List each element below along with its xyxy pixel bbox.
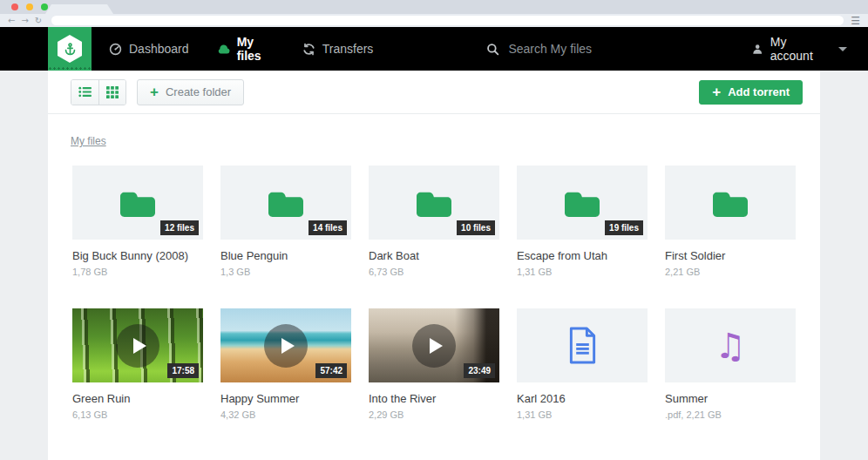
play-icon	[281, 338, 295, 354]
file-thumbnail[interactable]: 10 files	[369, 166, 499, 240]
add-torrent-button[interactable]: + Add torrent	[699, 80, 803, 105]
address-bar[interactable]	[51, 16, 844, 25]
list-view-button[interactable]	[71, 80, 98, 105]
browser-menu-icon[interactable]: ☰	[851, 16, 860, 26]
file-name[interactable]: Big Buck Bunny (2008)	[72, 249, 203, 262]
file-card[interactable]: 19 filesEscape from Utah1,31 GB	[517, 166, 648, 277]
folder-icon	[710, 187, 750, 219]
zoom-window-button[interactable]	[41, 3, 48, 10]
browser-toolbar: ← → ↻ ☰	[0, 14, 868, 27]
file-name[interactable]: Karl 2016	[517, 392, 648, 405]
chevron-down-icon	[838, 47, 847, 51]
file-name[interactable]: Escape from Utah	[517, 249, 648, 262]
account-label: My account	[770, 35, 830, 63]
file-card[interactable]: 14 filesBlue Penguin1,3 GB	[220, 166, 351, 277]
forward-icon[interactable]: →	[21, 17, 28, 25]
dashboard-gauge-icon	[109, 43, 122, 56]
play-icon	[133, 338, 146, 354]
add-torrent-label: Add torrent	[728, 85, 790, 98]
file-count-badge: 12 files	[160, 220, 199, 235]
transfers-sync-icon	[302, 43, 315, 56]
file-name[interactable]: First Soldier	[665, 249, 796, 262]
file-name[interactable]: Summer	[665, 392, 796, 405]
nav-label: My files	[237, 35, 275, 63]
duration-badge: 57:42	[315, 363, 347, 378]
window-controls	[11, 3, 48, 10]
play-button-overlay[interactable]	[412, 324, 456, 368]
file-thumbnail[interactable]	[517, 308, 648, 382]
account-menu[interactable]: My account	[752, 35, 847, 63]
file-card[interactable]: 12 filesBig Buck Bunny (2008)1,78 GB	[72, 166, 203, 277]
file-thumbnail[interactable]: 57:42	[220, 308, 351, 382]
file-name[interactable]: Dark Boat	[369, 249, 499, 262]
plus-icon: +	[150, 85, 159, 99]
file-size: 6,13 GB	[72, 409, 203, 420]
browser-window: ← → ↻ ☰ Dashboar	[0, 0, 868, 460]
content-panel: + Create folder + Add torrent My files 1…	[48, 71, 820, 460]
file-grid: 12 filesBig Buck Bunny (2008)1,78 GB14 f…	[48, 148, 820, 446]
duration-badge: 23:49	[464, 363, 495, 378]
file-count-badge: 10 files	[457, 220, 495, 235]
grid-view-icon	[106, 86, 119, 98]
folder-icon	[266, 187, 306, 219]
file-thumbnail[interactable]: 23:49	[369, 308, 499, 382]
file-name[interactable]: Into the River	[369, 392, 499, 405]
grid-view-button[interactable]	[98, 80, 125, 105]
anchor-icon	[63, 42, 78, 57]
search-icon	[486, 43, 499, 56]
file-name[interactable]: Blue Penguin	[220, 249, 351, 262]
file-thumbnail[interactable]: ♫	[665, 308, 796, 382]
file-thumbnail[interactable]: 14 files	[220, 166, 351, 240]
search-input[interactable]	[508, 42, 752, 56]
view-toggle-group	[71, 79, 126, 105]
file-size: 1,31 GB	[517, 267, 648, 277]
file-card[interactable]: First Soldier2,21 GB	[665, 166, 796, 277]
minimize-window-button[interactable]	[26, 3, 33, 10]
file-count-badge: 19 files	[605, 220, 643, 235]
browser-tab-bar	[0, 0, 868, 14]
file-card[interactable]: 17:58Green Ruin6,13 GB	[72, 308, 203, 420]
file-size: 1,31 GB	[517, 409, 648, 420]
nav-item-my-files[interactable]: My files	[217, 35, 275, 63]
file-name[interactable]: Green Ruin	[72, 392, 203, 405]
browser-tab[interactable]	[45, 4, 113, 14]
duration-badge: 17:58	[167, 363, 199, 378]
file-thumbnail[interactable]: 17:58	[72, 308, 203, 382]
reload-icon[interactable]: ↻	[35, 17, 42, 25]
breadcrumb[interactable]: My files	[71, 135, 106, 147]
close-window-button[interactable]	[11, 3, 18, 10]
document-icon	[566, 326, 599, 365]
back-icon[interactable]: ←	[8, 17, 15, 25]
file-card[interactable]: Karl 20161,31 GB	[517, 308, 648, 420]
file-size: 2,29 GB	[369, 409, 499, 420]
main-navigation: Dashboard My files Transfers	[109, 35, 373, 63]
user-icon	[752, 44, 763, 55]
nav-label: Dashboard	[129, 42, 189, 56]
file-count-badge: 14 files	[309, 220, 347, 235]
file-size: .pdf, 2,21 GB	[665, 409, 796, 420]
files-toolbar: + Create folder + Add torrent	[48, 71, 820, 114]
create-folder-label: Create folder	[166, 85, 231, 98]
file-name[interactable]: Happy Summer	[220, 392, 351, 405]
play-icon	[430, 338, 443, 354]
search-box	[486, 42, 752, 56]
file-card[interactable]: 23:49Into the River2,29 GB	[369, 308, 499, 420]
file-card[interactable]: 10 filesDark Boat6,73 GB	[369, 166, 499, 277]
nav-item-transfers[interactable]: Transfers	[302, 42, 374, 56]
file-thumbnail[interactable]: 19 files	[517, 166, 648, 240]
file-card[interactable]: ♫Summer.pdf, 2,21 GB	[665, 308, 796, 420]
play-button-overlay[interactable]	[116, 324, 159, 368]
file-card[interactable]: 57:42Happy Summer4,32 GB	[220, 308, 351, 420]
putio-logo[interactable]	[48, 27, 92, 71]
logo-hexagon	[58, 35, 82, 63]
folder-icon	[414, 187, 454, 219]
file-thumbnail[interactable]	[665, 166, 796, 240]
nav-item-dashboard[interactable]: Dashboard	[109, 42, 189, 56]
file-size: 6,73 GB	[369, 267, 499, 277]
play-button-overlay[interactable]	[264, 324, 308, 368]
file-thumbnail[interactable]: 12 files	[72, 166, 203, 240]
plus-icon: +	[712, 85, 721, 99]
create-folder-button[interactable]: + Create folder	[137, 79, 244, 105]
app-navbar: Dashboard My files Transfers	[0, 27, 868, 71]
list-view-icon	[78, 86, 92, 98]
